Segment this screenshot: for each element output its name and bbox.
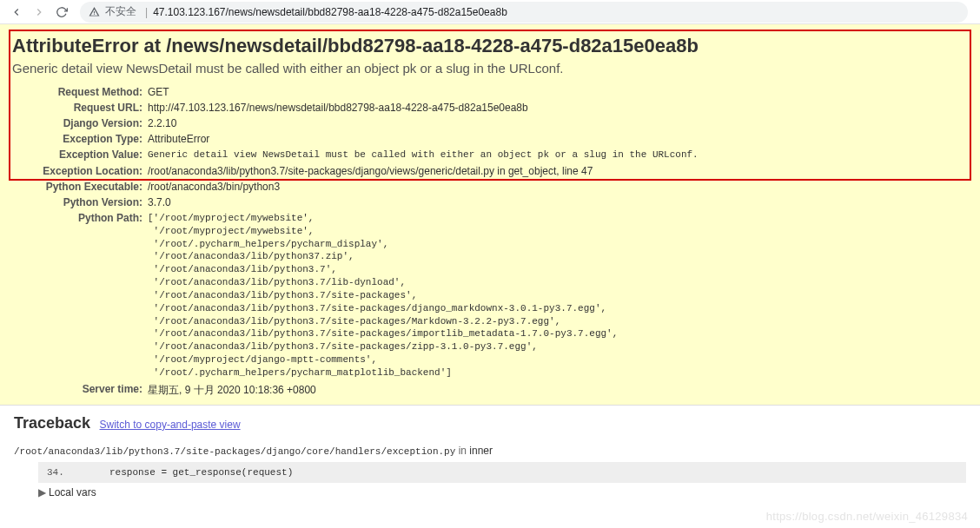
back-button[interactable] bbox=[5, 1, 28, 23]
error-meta-table: Request Method: GET Request URL: http://… bbox=[12, 84, 699, 399]
label-python-path: Python Path: bbox=[12, 210, 148, 381]
value-request-method: GET bbox=[148, 84, 699, 100]
label-python-version: Python Version: bbox=[12, 195, 148, 210]
switch-view-link[interactable]: Switch to copy-and-paste view bbox=[100, 419, 241, 431]
error-title: AttributeError at /news/newsdetail/bbd82… bbox=[12, 35, 968, 57]
frame-in-word: in bbox=[459, 445, 467, 457]
separator: | bbox=[145, 6, 148, 18]
local-vars-label: Local vars bbox=[49, 486, 96, 498]
label-exception-type: Exception Type: bbox=[12, 131, 148, 147]
table-row: Exception Type: AttributeError bbox=[12, 131, 699, 147]
label-request-method: Request Method: bbox=[12, 84, 148, 100]
traceback-section: Traceback Switch to copy-and-paste view … bbox=[0, 406, 980, 498]
table-row: Request Method: GET bbox=[12, 84, 699, 100]
value-exception-type: AttributeError bbox=[148, 131, 699, 147]
code-line: response = get_response(request) bbox=[109, 467, 293, 478]
value-python-path: ['/root/myproject/mywebsite', '/root/myp… bbox=[148, 212, 699, 380]
forward-button[interactable] bbox=[28, 1, 50, 23]
triangle-right-icon: ▶ bbox=[38, 486, 47, 498]
label-django-version: Django Version: bbox=[12, 116, 148, 131]
table-row: Python Path: ['/root/myproject/mywebsite… bbox=[12, 210, 699, 381]
code-context[interactable]: 34.response = get_response(request) bbox=[38, 462, 966, 483]
frame-func: inner bbox=[469, 445, 493, 457]
value-exception-location: /root/anaconda3/lib/python3.7/site-packa… bbox=[148, 163, 699, 179]
label-server-time: Server time: bbox=[12, 381, 148, 399]
table-row: Python Version: 3.7.0 bbox=[12, 195, 699, 210]
label-python-executable: Python Executable: bbox=[12, 179, 148, 195]
table-row: Request URL: http://47.103.123.167/news/… bbox=[12, 100, 699, 116]
label-request-url: Request URL: bbox=[12, 100, 148, 116]
value-python-executable: /root/anaconda3/bin/python3 bbox=[148, 179, 699, 195]
reload-button[interactable] bbox=[50, 1, 73, 23]
insecure-label: 不安全 bbox=[105, 4, 136, 19]
label-exception-value: Exception Value: bbox=[12, 147, 148, 163]
label-exception-location: Exception Location: bbox=[12, 163, 148, 179]
value-django-version: 2.2.10 bbox=[148, 116, 699, 131]
table-row: Django Version: 2.2.10 bbox=[12, 116, 699, 131]
value-server-time: 星期五, 9 十月 2020 10:18:36 +0800 bbox=[148, 381, 699, 399]
url-text: 47.103.123.167/news/newsdetail/bbd82798-… bbox=[153, 6, 507, 18]
frame-file: /root/anaconda3/lib/python3.7/site-packa… bbox=[14, 446, 455, 457]
table-row: Server time: 星期五, 9 十月 2020 10:18:36 +08… bbox=[12, 381, 699, 399]
address-bar[interactable]: 不安全 | 47.103.123.167/news/newsdetail/bbd… bbox=[80, 2, 968, 23]
value-request-url: http://47.103.123.167/news/newsdetail/bb… bbox=[148, 100, 699, 116]
browser-toolbar: 不安全 | 47.103.123.167/news/newsdetail/bbd… bbox=[0, 0, 980, 24]
value-exception-value: Generic detail view NewsDetail must be c… bbox=[148, 147, 699, 163]
table-row: Exception Value: Generic detail view New… bbox=[12, 147, 699, 163]
local-vars-toggle[interactable]: ▶Local vars bbox=[38, 486, 966, 498]
value-python-version: 3.7.0 bbox=[148, 195, 699, 210]
error-subtitle: Generic detail view NewsDetail must be c… bbox=[12, 61, 968, 76]
table-row: Python Executable: /root/anaconda3/bin/p… bbox=[12, 179, 699, 195]
insecure-icon bbox=[89, 6, 100, 17]
table-row: Exception Location: /root/anaconda3/lib/… bbox=[12, 163, 699, 179]
error-summary: AttributeError at /news/newsdetail/bbd82… bbox=[0, 24, 980, 406]
traceback-frame: /root/anaconda3/lib/python3.7/site-packa… bbox=[14, 445, 966, 457]
page-content: AttributeError at /news/newsdetail/bbd82… bbox=[0, 24, 980, 528]
code-lineno: 34. bbox=[47, 467, 109, 478]
traceback-heading: Traceback bbox=[14, 414, 90, 432]
